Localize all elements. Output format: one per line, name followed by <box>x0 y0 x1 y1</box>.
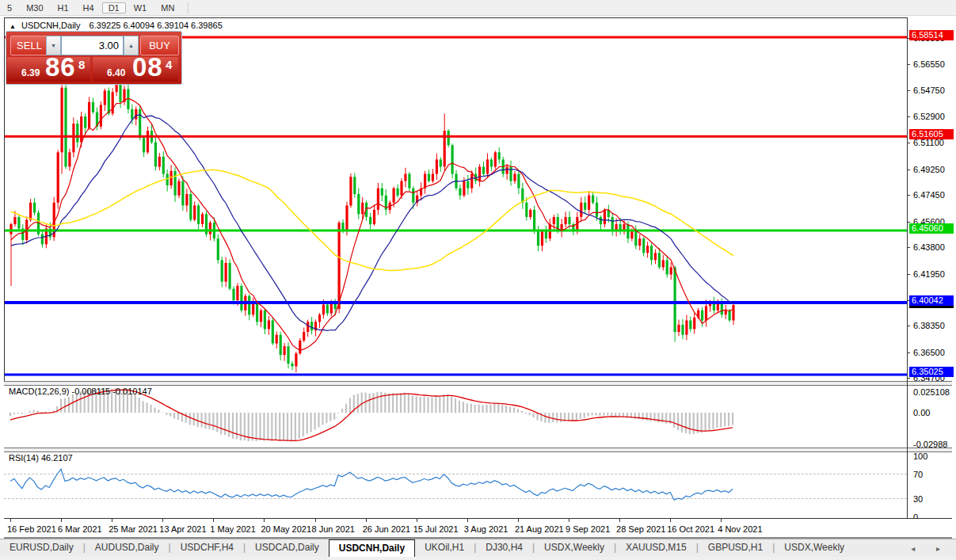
price-axis-divider <box>907 17 908 518</box>
time-label-25-Mar-2021: 25 Mar 2021 <box>109 524 158 534</box>
chart-tab-ukoil-h1[interactable]: UKOil,H1 <box>415 539 474 557</box>
rsi-axis: 10070300 <box>908 451 952 518</box>
time-tick <box>467 519 468 522</box>
time-tick <box>61 519 62 522</box>
time-label-28-Sep-2021: 28 Sep 2021 <box>616 524 665 534</box>
bid-price-box[interactable]: 6.39 86 8 <box>7 57 90 82</box>
time-tick <box>315 519 316 522</box>
chart-window: ▲ USDCNH,Daily 6.39225 6.40094 6.39104 6… <box>4 17 952 537</box>
level-price-label-6.40042: 6.40042 <box>909 295 954 306</box>
chart-symbol-label: USDCNH,Daily <box>21 21 81 30</box>
time-axis: 16 Feb 20216 Mar 202125 Mar 202113 Apr 2… <box>4 518 952 538</box>
timeframe-toolbar: 5M30H1H4D1W1MN <box>0 0 956 16</box>
ask-price-pip-digit: 4 <box>166 58 172 71</box>
bid-price-prefix: 6.39 <box>21 67 40 78</box>
price-tick-6.56550: 6.56550 <box>908 59 952 70</box>
rsi-label: RSI(14) 46.2107 <box>9 453 73 463</box>
tab-scroll-arrows[interactable]: ◂ ▸ <box>911 544 950 553</box>
chart-tab-usdcad-daily[interactable]: USDCAD,Daily <box>246 539 329 557</box>
rsi-axis-label-70: 70 <box>913 470 923 479</box>
rsi-axis-label-30: 30 <box>913 494 923 504</box>
price-axis: 6.583506.565506.547506.529006.511006.492… <box>908 17 952 381</box>
rsi-panel[interactable] <box>4 451 907 518</box>
time-label-1-May-2021: 1 May 2021 <box>210 524 255 534</box>
chart-tab-audusd-daily[interactable]: AUDUSD,Daily <box>86 539 169 557</box>
chart-ohlc-values: 6.39225 6.40094 6.39104 6.39865 <box>90 21 223 30</box>
time-label-4-Nov-2021: 4 Nov 2021 <box>718 524 762 534</box>
time-tick <box>10 519 11 522</box>
price-tick-6.51100: 6.51100 <box>908 138 952 148</box>
time-label-3-Aug-2021: 3 Aug 2021 <box>464 524 508 534</box>
chart-tab-gbpusd-h1[interactable]: GBPUSD,H1 <box>699 539 772 557</box>
terminal-window: 5M30H1H4D1W1MN ▲ USDCNH,Daily 6.39225 6.… <box>0 0 956 560</box>
level-price-label-6.51605: 6.51605 <box>909 129 954 139</box>
chart-tab-eurusd-daily[interactable]: EURUSD,Daily <box>0 539 83 557</box>
timeframe-button-5[interactable]: 5 <box>1 2 18 13</box>
toolbar-separator <box>188 2 189 13</box>
time-label-21-Aug-2021: 21 Aug 2021 <box>515 524 564 534</box>
ask-price-big-digits: 08 <box>132 52 163 82</box>
time-tick <box>518 519 519 522</box>
macd-label: MACD(12,26,9) -0.008115 -0.010147 <box>9 387 152 396</box>
time-tick <box>670 519 671 522</box>
chart-tab-usdx-weekly[interactable]: USDX,Weekly <box>535 539 614 557</box>
timeframe-buttons: 5M30H1H4D1W1MN <box>0 2 181 13</box>
chart-tab-usdx-weekly[interactable]: USDX,Weekly <box>775 539 854 557</box>
chart-tab-bar: EURUSD,Daily|AUDUSD,Daily|USDCHF,H4|USDC… <box>0 539 956 558</box>
time-label-26-Jun-2021: 26 Jun 2021 <box>363 524 411 534</box>
time-label-15-Jul-2021: 15 Jul 2021 <box>413 524 459 534</box>
price-tick-6.36500: 6.36500 <box>908 348 952 358</box>
time-label-16-Feb-2021: 16 Feb 2021 <box>7 524 56 534</box>
price-tick-6.47450: 6.47450 <box>908 190 952 200</box>
price-tick-6.38350: 6.38350 <box>908 321 952 331</box>
chart-tab-usdcnh-daily[interactable]: USDCNH,Daily <box>329 539 415 557</box>
timeframe-button-MN[interactable]: MN <box>154 2 181 13</box>
ask-price-prefix: 6.40 <box>107 67 125 78</box>
bid-price-big-digits: 86 <box>45 52 76 82</box>
collapse-panel-arrow-icon[interactable]: ▲ <box>10 23 16 30</box>
macd-axis: 0.0251080.00-0.02988 <box>908 385 952 448</box>
timeframe-button-M30[interactable]: M30 <box>20 2 49 13</box>
timeframe-button-D1[interactable]: D1 <box>102 2 126 13</box>
ask-price-box[interactable]: 6.40 08 4 <box>93 57 178 82</box>
price-tick-6.43800: 6.43800 <box>908 242 952 253</box>
level-price-label-6.58514: 6.58514 <box>909 30 954 40</box>
macd-axis-label: 0.025108 <box>913 387 950 397</box>
time-label-16-Oct-2021: 16 Oct 2021 <box>667 524 714 534</box>
time-tick <box>366 519 367 522</box>
chart-tab-xauusd-m15[interactable]: XAUUSD,M15 <box>616 539 696 557</box>
level-price-label-6.35025: 6.35025 <box>909 367 954 377</box>
time-label-9-Sep-2021: 9 Sep 2021 <box>566 524 610 534</box>
time-label-20-May-2021: 20 May 2021 <box>261 524 311 534</box>
rsi-chart-canvas[interactable] <box>4 451 907 518</box>
chart-tab-usdchf-h4[interactable]: USDCHF,H4 <box>171 539 243 557</box>
time-tick <box>213 519 214 522</box>
time-tick <box>264 519 265 522</box>
status-strip <box>0 557 956 560</box>
chart-title: ▲ USDCNH,Daily 6.39225 6.40094 6.39104 6… <box>10 21 223 30</box>
time-label-13-Apr-2021: 13 Apr 2021 <box>159 524 206 534</box>
macd-axis-label: 0.00 <box>913 408 930 417</box>
rsi-axis-label-100: 100 <box>913 451 927 461</box>
time-tick <box>619 519 620 522</box>
chart-tab-dj30-h4[interactable]: DJ30,H4 <box>476 539 532 557</box>
time-tick <box>112 519 112 522</box>
timeframe-button-H4[interactable]: H4 <box>77 2 101 13</box>
price-tick-6.49250: 6.49250 <box>908 165 952 175</box>
price-tick-6.52900: 6.52900 <box>908 112 952 122</box>
time-tick <box>417 519 417 522</box>
bid-price-pip-digit: 8 <box>78 58 85 71</box>
level-price-label-6.45060: 6.45060 <box>909 223 954 234</box>
price-tick-6.41950: 6.41950 <box>908 269 952 280</box>
timeframe-button-W1[interactable]: W1 <box>128 2 154 13</box>
time-tick <box>569 519 569 522</box>
time-label-6-Mar-2021: 6 Mar 2021 <box>58 524 102 534</box>
one-click-trading-panel: SELL ▼ 3.00 ▲ BUY 6.39 86 8 6.40 08 4 <box>6 31 182 85</box>
sell-button[interactable]: SELL <box>10 36 48 55</box>
time-label-8-Jun-2021: 8 Jun 2021 <box>312 524 355 534</box>
time-tick <box>721 519 722 522</box>
timeframe-button-H1[interactable]: H1 <box>51 2 75 13</box>
time-tick <box>162 519 163 522</box>
price-tick-6.54750: 6.54750 <box>908 86 952 96</box>
